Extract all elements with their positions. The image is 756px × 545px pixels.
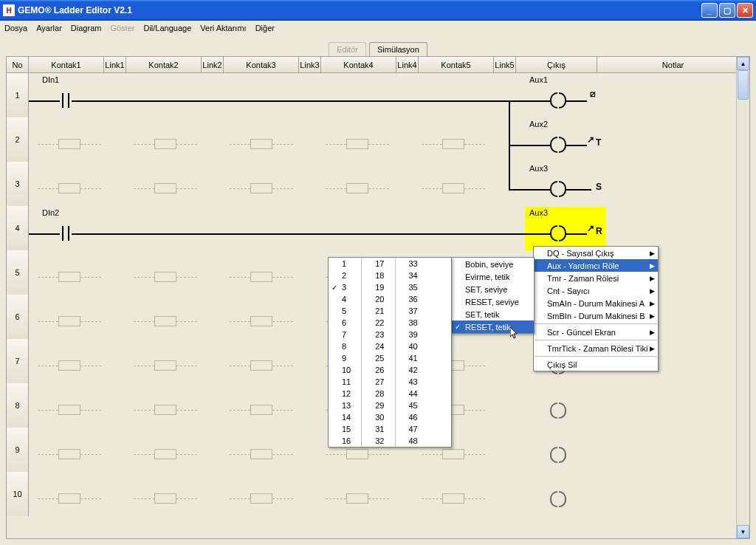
contact-slot[interactable] — [442, 449, 464, 459]
contact-slot[interactable] — [250, 139, 272, 149]
contact-slot[interactable] — [250, 493, 272, 504]
menu-item-number[interactable]: 45 — [396, 400, 428, 411]
menu-item[interactable]: Scr - Güncel Ekran▶ — [534, 326, 658, 338]
contact-slot[interactable] — [346, 493, 368, 504]
coil-icon[interactable] — [550, 92, 566, 109]
contact-slot[interactable] — [442, 139, 464, 149]
menu-item[interactable]: Cnt - Sayıcı▶ — [534, 284, 658, 297]
contact-slot[interactable] — [250, 316, 272, 326]
contact-slot[interactable] — [250, 449, 272, 459]
menu-item-number[interactable]: 24 — [362, 340, 394, 352]
rung-4[interactable]: 4 DIn2 Aux3 ↗ R — [7, 206, 736, 250]
menu-item-number[interactable]: 20 — [362, 293, 394, 305]
maximize-button[interactable]: ▢ — [719, 3, 735, 18]
menu-item-number[interactable]: 26 — [362, 364, 394, 376]
scroll-thumb[interactable] — [738, 70, 749, 100]
menu-item-number[interactable]: 8 — [329, 340, 361, 352]
menu-item-number[interactable]: 16 — [329, 435, 361, 447]
menu-item-number[interactable]: 31 — [362, 423, 394, 435]
menu-item-number[interactable]: 12 — [329, 388, 361, 400]
menu-item-number[interactable]: 21 — [362, 305, 394, 317]
menu-item[interactable]: TmrTick - Zaman Rölesi Tiki▶ — [534, 342, 658, 354]
rung-3[interactable]: 3 Aux3 S — [7, 162, 736, 206]
menu-item-number[interactable]: 17 — [362, 258, 394, 270]
menu-item-number[interactable]: 36 — [396, 293, 428, 305]
menu-settings[interactable]: Ayarlar — [36, 24, 62, 32]
menu-item-number[interactable]: 41 — [396, 352, 428, 364]
coil-slot[interactable] — [550, 402, 566, 419]
contact-slot[interactable] — [58, 272, 80, 282]
menu-item-number[interactable]: 47 — [396, 423, 428, 435]
output-context-menu[interactable]: DQ - Sayısal Çıkış▶Aux - Yardımcı Röle▶T… — [533, 246, 659, 371]
menu-item-number[interactable]: 48 — [396, 435, 428, 447]
menu-item-number[interactable]: 35 — [396, 281, 428, 293]
menu-item[interactable]: Çıkış Sil — [534, 358, 658, 371]
menu-item-number[interactable]: 37 — [396, 305, 428, 317]
menu-item[interactable]: ✓RESET, tetik — [452, 321, 534, 333]
contact-slot[interactable] — [58, 360, 80, 371]
menu-item[interactable]: Aux - Yardımcı Röle▶ — [534, 259, 658, 272]
menu-item[interactable]: DQ - Sayısal Çıkış▶ — [534, 247, 658, 259]
contact-slot[interactable] — [154, 360, 176, 371]
menu-file[interactable]: Dosya — [4, 24, 27, 32]
menu-item-number[interactable]: 11 — [329, 376, 361, 388]
menu-item-number[interactable]: 28 — [362, 388, 394, 400]
menu-item-number[interactable]: 44 — [396, 388, 428, 400]
menu-item-number[interactable]: 7 — [329, 329, 361, 340]
menu-item[interactable]: RESET, seviye — [452, 295, 534, 308]
contact-slot[interactable] — [250, 360, 272, 371]
contact-icon[interactable] — [60, 226, 72, 241]
tab-editor[interactable]: Editör — [329, 42, 366, 56]
aux-type-submenu[interactable]: Bobin, seviyeEvirme, tetikSET, seviyeRES… — [451, 257, 535, 334]
menu-item-number[interactable]: 9 — [329, 352, 361, 364]
contact-slot[interactable] — [442, 183, 464, 193]
rung-10[interactable]: 10 — [7, 472, 736, 516]
menu-item-number[interactable]: ✓3 — [329, 281, 361, 293]
menu-item-number[interactable]: 23 — [362, 329, 394, 340]
scroll-up-button[interactable]: ▲ — [737, 57, 749, 70]
contact-slot[interactable] — [346, 183, 368, 193]
coil-icon[interactable] — [550, 181, 566, 197]
menu-item-number[interactable]: 4 — [329, 293, 361, 305]
menu-item-number[interactable]: 32 — [362, 435, 394, 447]
contact-slot[interactable] — [58, 449, 80, 459]
menu-item-number[interactable]: 15 — [329, 423, 361, 435]
menu-item[interactable]: Tmr - Zaman Rölesi▶ — [534, 272, 658, 284]
menu-item-number[interactable]: 34 — [396, 270, 428, 281]
contact-slot[interactable] — [58, 183, 80, 193]
menu-item-number[interactable]: 25 — [362, 352, 394, 364]
menu-other[interactable]: Diğer — [255, 24, 275, 32]
contact-slot[interactable] — [154, 316, 176, 326]
close-button[interactable]: ✕ — [737, 3, 753, 18]
menu-item-number[interactable]: 13 — [329, 400, 361, 411]
vertical-scrollbar[interactable]: ▲ ▼ — [736, 57, 749, 538]
contact-slot[interactable] — [58, 139, 80, 149]
menu-item-number[interactable]: 38 — [396, 317, 428, 329]
menu-item-number[interactable]: 39 — [396, 329, 428, 340]
menu-item-number[interactable]: 19 — [362, 281, 394, 293]
contact-slot[interactable] — [154, 405, 176, 415]
contact-slot[interactable] — [346, 139, 368, 149]
rung-1[interactable]: 1 DIn1 Aux1 ⧄ — [7, 73, 736, 117]
aux-number-submenu[interactable]: 12✓3456789101112131415161718192021222324… — [328, 257, 452, 448]
menu-item-number[interactable]: 33 — [396, 258, 428, 270]
menu-item[interactable]: Evirme, tetik — [452, 270, 534, 283]
contact-slot[interactable] — [442, 493, 464, 504]
contact-slot[interactable] — [250, 405, 272, 415]
coil-slot[interactable] — [550, 491, 566, 507]
menu-item-number[interactable]: 1 — [329, 258, 361, 270]
menu-item-number[interactable]: 29 — [362, 400, 394, 411]
contact-slot[interactable] — [250, 183, 272, 193]
menu-item[interactable]: Bobin, seviye — [452, 258, 534, 270]
tab-simulation[interactable]: Simülasyon — [369, 42, 427, 56]
coil-icon[interactable] — [550, 137, 566, 153]
coil-icon[interactable] — [550, 225, 566, 241]
contact-icon[interactable] — [60, 93, 72, 108]
menu-item-number[interactable]: 42 — [396, 364, 428, 376]
menu-item-number[interactable]: 10 — [329, 364, 361, 376]
contact-slot[interactable] — [58, 316, 80, 326]
menu-item-number[interactable]: 14 — [329, 411, 361, 423]
menu-item[interactable]: SET, tetik — [452, 308, 534, 321]
menu-item-number[interactable]: 43 — [396, 376, 428, 388]
menu-item-number[interactable]: 30 — [362, 411, 394, 423]
